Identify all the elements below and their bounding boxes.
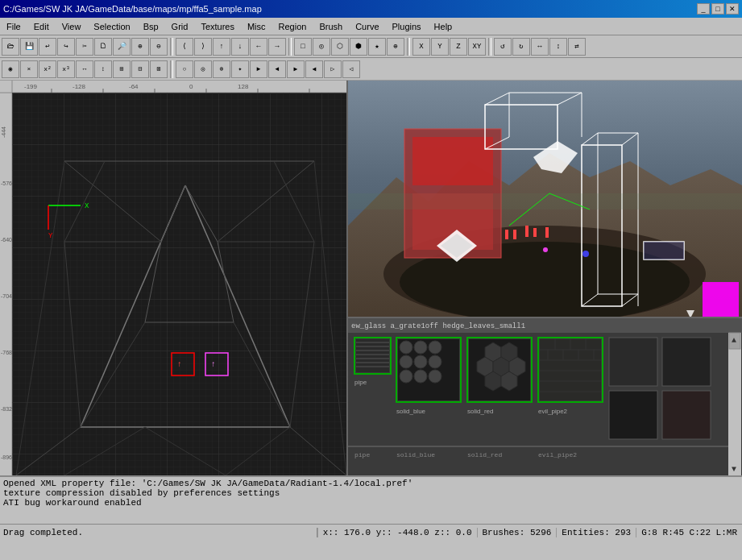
toolbar1-btn-10[interactable]: ⟨ <box>176 38 193 56</box>
window-controls: _ □ ✕ <box>697 3 739 15</box>
svg-text:pipe: pipe <box>354 379 367 386</box>
menu-item-view[interactable]: View <box>56 18 88 35</box>
toolbar1-btn-18[interactable]: ◎ <box>313 38 330 56</box>
svg-rect-4 <box>0 81 12 93</box>
toolbar1-btn-22[interactable]: ⊕ <box>387 38 404 56</box>
minimize-button[interactable]: _ <box>697 3 710 15</box>
toolbar2-btn-18[interactable]: ▷ <box>324 60 342 78</box>
toolbar2-btn-11[interactable]: ◎ <box>194 60 212 78</box>
svg-text:↑: ↑ <box>177 360 182 369</box>
menu-item-edit[interactable]: Edit <box>27 18 56 35</box>
toolbar2-btn-7[interactable]: ⊟ <box>131 60 149 78</box>
close-button[interactable]: ✕ <box>726 3 739 15</box>
maximize-button[interactable]: □ <box>711 3 724 15</box>
menu-item-selection[interactable]: Selection <box>87 18 136 35</box>
svg-text:-640: -640 <box>1 237 12 243</box>
toolbar1-btn-12[interactable]: ↑ <box>213 38 230 56</box>
toolbar2-btn-13[interactable]: ✦ <box>231 60 249 78</box>
toolbar2-btn-4[interactable]: ↔ <box>76 60 93 78</box>
svg-rect-89 <box>505 230 508 239</box>
svg-text:-832: -832 <box>1 406 12 412</box>
toolbar2-btn-0[interactable]: ◉ <box>2 60 19 78</box>
toolbar2-btn-12[interactable]: ⊗ <box>213 60 230 78</box>
toolbar1-btn-17[interactable]: □ <box>294 38 312 56</box>
toolbar2-btn-17[interactable]: ◀ <box>305 60 323 78</box>
toolbar1-btn-8[interactable]: ⊖ <box>150 38 168 56</box>
grid-svg: -199 -128 -64 0 128 -444 -576 -640 -704 … <box>0 81 346 475</box>
svg-point-126 <box>429 355 441 368</box>
view-3d[interactable] <box>348 81 742 318</box>
toolbar1-btn-33[interactable]: ⇄ <box>568 38 586 56</box>
toolbar1-btn-14[interactable]: ← <box>250 38 267 56</box>
toolbar2-btn-5[interactable]: ↕ <box>94 60 112 78</box>
toolbar1-btn-31[interactable]: ↔ <box>531 38 549 56</box>
svg-text:X: X <box>85 202 89 210</box>
toolbar1-btn-6[interactable]: 🔎 <box>113 38 131 56</box>
toolbar1-btn-29[interactable]: ↺ <box>494 38 512 56</box>
toolbar1-btn-26[interactable]: Z <box>450 38 467 56</box>
bottom-status-bar: Drag completed. x:: 176.0 y:: -448.0 z::… <box>0 524 742 540</box>
menu-item-textures[interactable]: Textures <box>194 18 241 35</box>
texture-browser-svg: ew_glass a_grate1off hedge_leaves_small1… <box>348 318 742 475</box>
toolbar2-btn-8[interactable]: ⊠ <box>150 60 168 78</box>
toolbar2-btn-19[interactable]: ◁ <box>342 60 360 78</box>
toolbar2-btn-14[interactable]: ► <box>250 60 267 78</box>
menu-item-plugins[interactable]: Plugins <box>386 18 428 35</box>
toolbar-2: ◉×x²x³↔↕⊞⊟⊠○◎⊗✦►◄▶◀▷◁ <box>0 58 742 81</box>
menu-item-region[interactable]: Region <box>272 18 313 35</box>
toolbar2-btn-3[interactable]: x³ <box>57 60 75 78</box>
toolbar-1: 🗁💾↩↪✂🗋🔎⊕⊖⟨⟩↑↓←→□◎⬡⬢★⊕XYZXY↺↻↔↕⇄ <box>0 35 742 58</box>
toolbar1-btn-25[interactable]: Y <box>431 38 449 56</box>
toolbar1-btn-1[interactable]: 💾 <box>20 38 38 56</box>
toolbar1-btn-7[interactable]: ⊕ <box>131 38 149 56</box>
svg-text:-768: -768 <box>1 350 12 355</box>
view-2d[interactable]: -199 -128 -64 0 128 -444 -576 -640 -704 … <box>0 81 348 475</box>
svg-text:pipe: pipe <box>354 451 370 458</box>
drag-status: Drag completed. <box>0 528 317 537</box>
toolbar2-btn-15[interactable]: ◄ <box>268 60 286 78</box>
menu-bar: FileEditViewSelectionBspGridTexturesMisc… <box>0 18 742 35</box>
toolbar1-btn-32[interactable]: ↕ <box>549 38 567 56</box>
toolbar1-btn-4[interactable]: ✂ <box>76 38 93 56</box>
svg-text:solid_red: solid_red <box>467 408 493 415</box>
toolbar2-separator <box>170 60 173 78</box>
toolbar1-btn-11[interactable]: ⟩ <box>194 38 212 56</box>
svg-rect-159 <box>662 391 711 439</box>
svg-rect-93 <box>545 227 549 238</box>
menu-item-help[interactable]: Help <box>428 18 459 35</box>
svg-text:↑: ↑ <box>211 360 216 369</box>
toolbar1-btn-13[interactable]: ↓ <box>231 38 249 56</box>
toolbar2-btn-16[interactable]: ▶ <box>287 60 305 78</box>
svg-point-123 <box>429 341 441 354</box>
toolbar1-btn-20[interactable]: ⬢ <box>350 38 367 56</box>
toolbar1-btn-19[interactable]: ⬡ <box>331 38 349 56</box>
svg-point-125 <box>414 355 427 368</box>
toolbar1-btn-27[interactable]: XY <box>468 38 486 56</box>
toolbar2-btn-10[interactable]: ○ <box>176 60 193 78</box>
toolbar1-btn-3[interactable]: ↪ <box>57 38 75 56</box>
toolbar1-btn-0[interactable]: 🗁 <box>2 38 19 56</box>
toolbar1-btn-2[interactable]: ↩ <box>39 38 56 56</box>
toolbar2-btn-2[interactable]: x² <box>39 60 56 78</box>
toolbar1-btn-15[interactable]: → <box>268 38 286 56</box>
toolbar1-btn-5[interactable]: 🗋 <box>94 38 112 56</box>
menu-item-curve[interactable]: Curve <box>349 18 385 35</box>
title-bar: C:/Games/SW JK JA/GameData/base/maps/mp/… <box>0 0 742 18</box>
menu-item-misc[interactable]: Misc <box>241 18 272 35</box>
texture-browser[interactable]: ew_glass a_grate1off hedge_leaves_small1… <box>348 318 742 475</box>
toolbar2-btn-1[interactable]: × <box>20 60 38 78</box>
toolbar1-btn-30[interactable]: ↻ <box>512 38 530 56</box>
menu-item-grid[interactable]: Grid <box>165 18 195 35</box>
view-3d-svg <box>348 81 742 317</box>
menu-item-brush[interactable]: Brush <box>313 18 349 35</box>
svg-point-94 <box>582 251 589 257</box>
menu-item-bsp[interactable]: Bsp <box>137 18 165 35</box>
toolbar-separator <box>288 38 292 56</box>
toolbar1-btn-21[interactable]: ★ <box>368 38 386 56</box>
toolbar1-btn-24[interactable]: X <box>412 38 430 56</box>
svg-text:solid_blue: solid_blue <box>396 408 426 415</box>
toolbar2-btn-6[interactable]: ⊞ <box>113 60 131 78</box>
svg-text:128: 128 <box>238 83 249 90</box>
menu-item-file[interactable]: File <box>0 18 27 35</box>
svg-rect-101 <box>348 193 742 209</box>
